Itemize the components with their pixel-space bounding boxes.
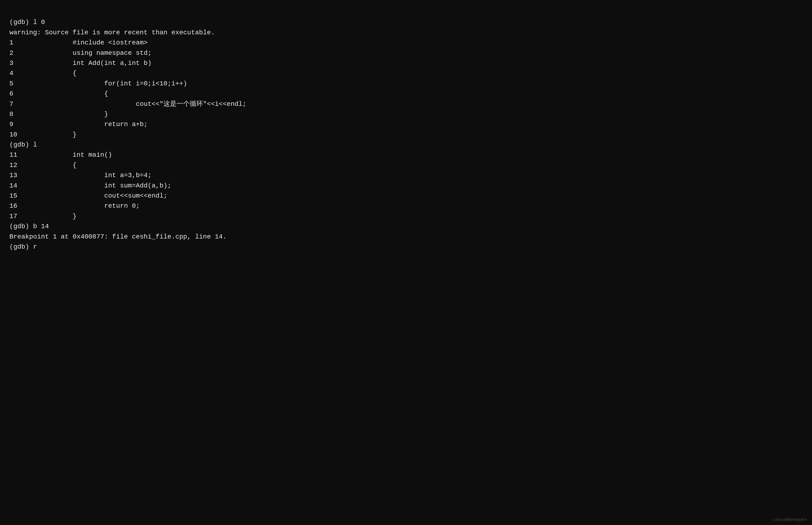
terminal-window: (gdb) l 0warning: Source file is more re…: [10, 7, 802, 252]
code-line: 6 {: [10, 89, 802, 99]
code-line: 2 using namespace std;: [10, 48, 802, 58]
gdb-prompt: (gdb) l 0: [10, 17, 802, 27]
info-line: Breakpoint 1 at 0x400877: file ceshi_fil…: [10, 232, 802, 242]
warning-line: warning: Source file is more recent than…: [10, 28, 802, 38]
gdb-prompt: (gdb) l: [10, 140, 802, 150]
code-line: 11 int main(): [10, 150, 802, 160]
code-line: 12 {: [10, 160, 802, 170]
code-line: 4 {: [10, 68, 802, 78]
code-line: 14 int sum=Add(a,b);: [10, 181, 802, 191]
code-line: 7 cout<<"这是一个循环"<<i<<endl;: [10, 99, 802, 109]
code-line: 17 }: [10, 211, 802, 221]
code-line: 8 }: [10, 109, 802, 119]
gdb-prompt: (gdb) b 14: [10, 221, 802, 231]
code-line: 10 }: [10, 130, 802, 140]
code-line: 16 return 0;: [10, 201, 802, 211]
code-line: 5 for(int i=0;i<10;i++): [10, 78, 802, 89]
code-line: 9 return a+b;: [10, 119, 802, 129]
code-line: 3 int Add(int a,int b): [10, 58, 802, 68]
code-line: 15 cout<<sum<<endl;: [10, 191, 802, 201]
gdb-prompt: (gdb) r: [10, 242, 802, 252]
watermark: CSDN @爱写代码的刘子: [773, 518, 807, 522]
code-line: 13 int a=3,b=4;: [10, 170, 802, 180]
code-line: 1 #include <iostream>: [10, 38, 802, 48]
